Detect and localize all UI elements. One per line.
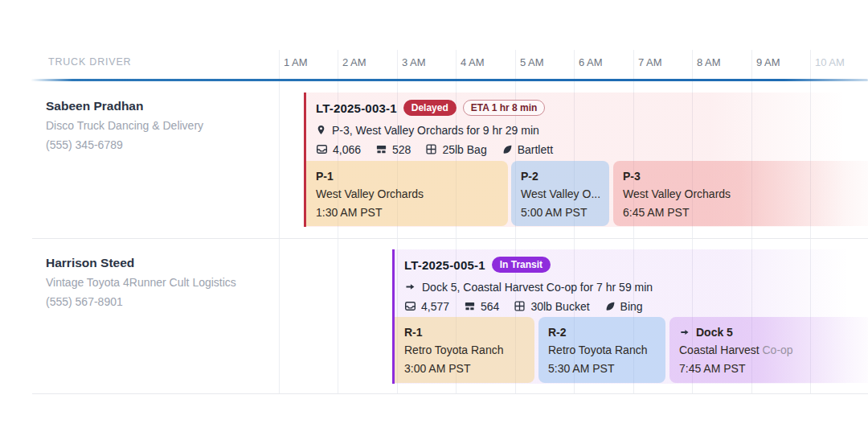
row-divider bbox=[32, 393, 868, 394]
driver-name: Harrison Steed bbox=[46, 253, 287, 273]
trip-header: LT-2025-003-1 Delayed ETA 1 hr 8 min bbox=[316, 98, 868, 117]
driver-card[interactable]: Harrison Steed Vintage Toyota 4Runner Cu… bbox=[46, 253, 287, 311]
trip-id: LT-2025-003-1 bbox=[316, 101, 397, 115]
arrow-right-icon bbox=[404, 282, 416, 292]
leaf-icon bbox=[604, 301, 616, 312]
trip-stats: 4,066 528 25lb Bag Bartlett bbox=[316, 141, 868, 158]
dispatch-timeline: TRUCK DRIVER 1 AM 2 AM 3 AM 4 AM 5 AM 6 … bbox=[0, 0, 868, 432]
trip-id: LT-2025-005-1 bbox=[404, 258, 485, 272]
timeline-segment[interactable]: Dock 5 Coastal Harvest Co-op 7:45 AM PST bbox=[669, 317, 868, 383]
map-pin-icon bbox=[316, 124, 326, 136]
stat-packaging: 30lb Bucket bbox=[514, 300, 589, 313]
time-tick-8am: 8 AM bbox=[697, 56, 721, 68]
driver-name: Sabeen Pradhan bbox=[46, 96, 287, 116]
driver-phone: (555) 567-8901 bbox=[46, 292, 287, 311]
trip-destination-text: Dock 5, Coastal Harvest Co-op for 7 hr 5… bbox=[422, 281, 653, 294]
trip-header: LT-2025-005-1 In Transit bbox=[404, 255, 868, 274]
grid-icon bbox=[514, 300, 526, 312]
status-badge: In Transit bbox=[492, 257, 551, 273]
driver-card[interactable]: Sabeen Pradhan Disco Truck Dancing & Del… bbox=[46, 96, 287, 154]
stat-commodity: Bartlett bbox=[502, 143, 553, 156]
truck-driver-column-header: TRUCK DRIVER bbox=[48, 56, 131, 68]
leaf-icon bbox=[502, 144, 513, 155]
time-tick-3am: 3 AM bbox=[402, 56, 426, 68]
stat-pallets: 528 bbox=[375, 143, 411, 156]
trip-destination-text: P-3, West Valley Orchards for 9 hr 29 mi… bbox=[332, 124, 539, 137]
driver-company: Disco Truck Dancing & Delivery bbox=[46, 116, 287, 135]
trip-stats: 4,577 564 30lb Bucket Bing bbox=[404, 298, 868, 315]
stat-pallets: 564 bbox=[464, 300, 499, 313]
time-tick-7am: 7 AM bbox=[638, 56, 662, 68]
status-badge: Delayed bbox=[403, 100, 457, 116]
row-divider bbox=[32, 238, 868, 239]
timeline-segment[interactable]: P-3 West Valley Orchards 6:45 AM PST bbox=[613, 161, 868, 226]
arrow-right-icon bbox=[679, 327, 690, 337]
stat-commodity: Bing bbox=[604, 300, 643, 313]
stat-units: 4,066 bbox=[316, 143, 361, 156]
inbox-icon bbox=[316, 143, 328, 155]
timeline-segment[interactable]: P-1 West Valley Orchards 1:30 AM PST bbox=[306, 161, 508, 226]
time-tick-1am: 1 AM bbox=[284, 56, 308, 68]
pallet-icon bbox=[375, 143, 387, 155]
grid-icon bbox=[425, 143, 437, 155]
timeline-segment[interactable]: P-2 West Valley O... 5:00 AM PST bbox=[511, 161, 609, 226]
time-tick-6am: 6 AM bbox=[579, 56, 603, 68]
stat-units: 4,577 bbox=[404, 300, 449, 313]
trip-destination: Dock 5, Coastal Harvest Co-op for 7 hr 5… bbox=[404, 278, 868, 295]
timeline-segment[interactable]: R-1 Retro Toyota Ranch 3:00 AM PST bbox=[395, 317, 534, 383]
stat-packaging: 25lb Bag bbox=[425, 143, 486, 156]
driver-company: Vintage Toyota 4Runner Cult Logistics bbox=[46, 273, 287, 292]
trip-destination: P-3, West Valley Orchards for 9 hr 29 mi… bbox=[316, 121, 868, 138]
time-tick-4am: 4 AM bbox=[461, 56, 485, 68]
time-tick-2am: 2 AM bbox=[342, 56, 366, 68]
eta-badge: ETA 1 hr 8 min bbox=[463, 100, 546, 116]
time-tick-5am: 5 AM bbox=[520, 56, 544, 68]
timeline-axis-line bbox=[31, 79, 868, 81]
driver-phone: (555) 345-6789 bbox=[46, 135, 287, 154]
timeline-segment[interactable]: R-2 Retro Toyota Ranch 5:30 AM PST bbox=[538, 317, 665, 383]
inbox-icon bbox=[404, 300, 416, 312]
time-tick-9am: 9 AM bbox=[756, 56, 780, 68]
time-tick-10am: 10 AM bbox=[815, 56, 845, 68]
pallet-icon bbox=[464, 300, 476, 312]
